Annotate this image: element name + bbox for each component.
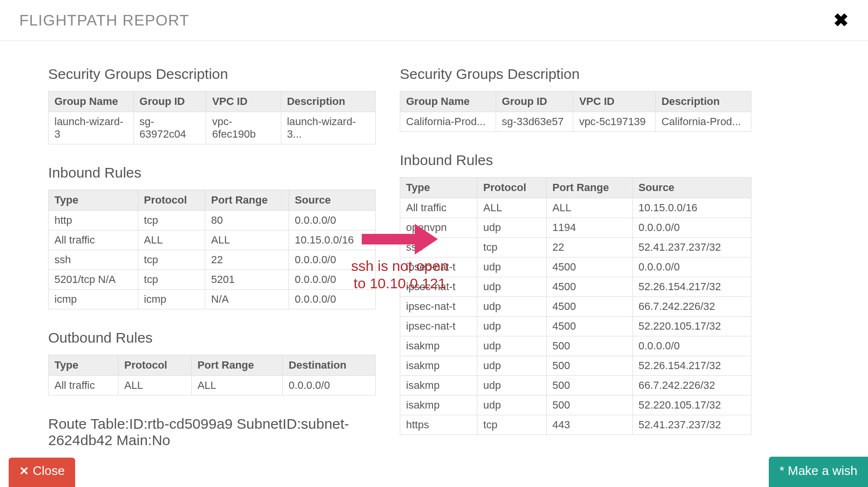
table-row: isakmpudp50052.220.105.17/32	[400, 396, 751, 415]
table-row: isakmpudp50052.26.154.217/32	[400, 356, 751, 376]
col-port-range: Port Range	[191, 355, 282, 376]
table-row: isakmpudp50066.7.242.226/32	[400, 376, 751, 396]
col-destination: Destination	[283, 355, 376, 376]
table-row: isakmpudp5000.0.0.0/0	[400, 336, 751, 356]
right-inbound-title: Inbound Rules	[400, 152, 751, 168]
table-row: launch-wizard-3 sg-63972c04 vpc-6fec190b…	[49, 112, 376, 144]
table-row: All trafficALLALL10.15.0.0/16	[400, 198, 751, 218]
col-type: Type	[400, 178, 477, 198]
right-inbound-table: Type Protocol Port Range Source All traf…	[400, 177, 751, 435]
close-icon[interactable]: ✖	[833, 10, 849, 31]
modal-body: Security Groups Description Group Name G…	[0, 41, 868, 450]
left-column[interactable]: Security Groups Description Group Name G…	[48, 60, 385, 450]
col-port-range: Port Range	[205, 190, 289, 211]
col-vpc-id: VPC ID	[573, 91, 656, 112]
modal-title: FLIGHTPATH REPORT	[19, 12, 189, 29]
table-row: ipsec-nat-tudp450052.26.154.217/32	[400, 277, 751, 297]
close-x-icon: ✕	[19, 464, 29, 478]
close-button-label: Close	[33, 463, 65, 478]
left-sg-title: Security Groups Description	[48, 66, 376, 82]
right-column[interactable]: Security Groups Description Group Name G…	[400, 60, 761, 450]
wish-button-label: * Make a wish	[779, 463, 857, 478]
table-row: icmpicmpN/A0.0.0.0/0	[49, 290, 376, 309]
modal-header: FLIGHTPATH REPORT ✖	[0, 0, 868, 41]
col-group-name: Group Name	[49, 91, 134, 112]
table-row: California-Prod... sg-33d63e57 vpc-5c197…	[400, 112, 751, 132]
col-description: Description	[656, 91, 751, 112]
table-row: 5201/tcp N/Atcp52010.0.0.0/0	[49, 270, 376, 290]
col-protocol: Protocol	[118, 355, 191, 376]
table-row: httptcp800.0.0.0/0	[49, 211, 376, 231]
table-row: ipsec-nat-tudp450066.7.242.226/32	[400, 297, 751, 317]
make-a-wish-button[interactable]: * Make a wish	[769, 457, 868, 487]
right-sg-table: Group Name Group ID VPC ID Description C…	[400, 91, 751, 132]
col-source: Source	[632, 178, 751, 198]
col-vpc-id: VPC ID	[206, 91, 281, 112]
col-protocol: Protocol	[138, 190, 205, 211]
col-group-id: Group ID	[133, 91, 206, 112]
table-row: sshtcp220.0.0.0/0	[49, 250, 376, 270]
col-type: Type	[49, 355, 118, 376]
col-group-id: Group ID	[496, 91, 573, 112]
close-button[interactable]: ✕ Close	[9, 458, 75, 487]
col-group-name: Group Name	[400, 91, 496, 112]
table-row: sshtcp2252.41.237.237/32	[400, 238, 751, 257]
col-port-range: Port Range	[546, 178, 632, 198]
left-outbound-title: Outbound Rules	[48, 330, 376, 346]
col-protocol: Protocol	[477, 178, 546, 198]
table-row: All trafficALLALL10.15.0.0/16	[49, 231, 376, 250]
left-inbound-table: Type Protocol Port Range Source httptcp8…	[48, 190, 376, 309]
route-table-heading: Route Table:ID:rtb-cd5099a9 SubnetID:sub…	[48, 416, 376, 449]
left-outbound-table: Type Protocol Port Range Destination All…	[48, 355, 376, 396]
table-row: openvpnudp11940.0.0.0/0	[400, 218, 751, 238]
table-row: httpstcp44352.41.237.237/32	[400, 415, 751, 435]
table-row: ipsec-nat-tudp450052.220.105.17/32	[400, 317, 751, 336]
table-row: ipsec-nat-tudp45000.0.0.0/0	[400, 257, 751, 277]
right-sg-title: Security Groups Description	[400, 66, 751, 82]
col-source: Source	[289, 190, 376, 211]
left-inbound-title: Inbound Rules	[48, 165, 376, 181]
left-sg-table: Group Name Group ID VPC ID Description l…	[48, 91, 376, 144]
col-type: Type	[49, 190, 138, 211]
table-row: All trafficALLALL0.0.0.0/0	[49, 376, 376, 396]
col-description: Description	[281, 91, 375, 112]
